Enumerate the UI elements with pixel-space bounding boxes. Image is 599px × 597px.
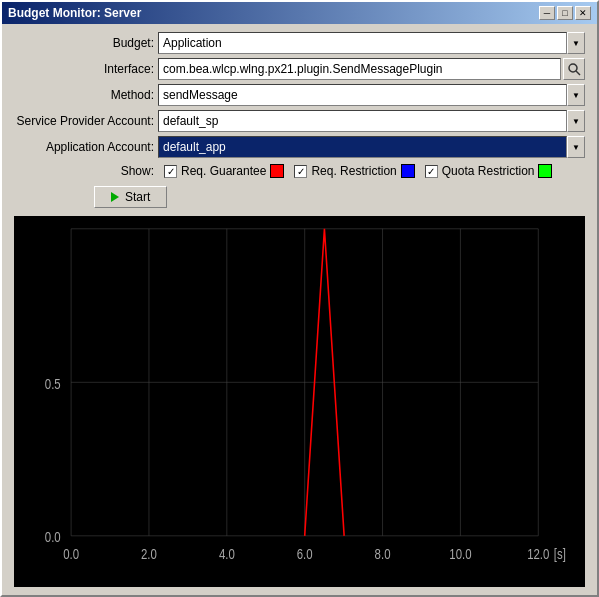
budget-input[interactable] xyxy=(158,32,567,54)
application-account-row: Application Account: xyxy=(14,136,585,158)
play-icon xyxy=(111,192,119,202)
chart-svg: 0.0 0.5 0.0 2.0 4.0 6.0 8.0 10.0 12.0 [s… xyxy=(14,216,585,587)
method-row: Method: xyxy=(14,84,585,106)
service-provider-dropdown-button[interactable] xyxy=(567,110,585,132)
req-restriction-item: ✓ Req. Restriction xyxy=(294,164,414,178)
start-button[interactable]: Start xyxy=(94,186,167,208)
x-axis-6: 6.0 xyxy=(297,546,313,562)
close-button[interactable]: ✕ xyxy=(575,6,591,20)
svg-line-1 xyxy=(576,71,580,75)
service-provider-row: Service Provider Account: xyxy=(14,110,585,132)
show-row: Show: ✓ Req. Guarantee ✓ Req. Restrictio… xyxy=(14,164,585,178)
req-restriction-label: Req. Restriction xyxy=(311,164,396,178)
main-window: Budget Monitor: Server ─ □ ✕ Budget: Int… xyxy=(0,0,599,597)
search-icon xyxy=(567,62,581,76)
req-restriction-color xyxy=(401,164,415,178)
y-axis-0: 0.0 xyxy=(45,529,61,545)
interface-search-button[interactable] xyxy=(563,58,585,80)
chart-area: 0.0 0.5 0.0 2.0 4.0 6.0 8.0 10.0 12.0 [s… xyxy=(14,216,585,587)
quota-restriction-item: ✓ Quota Restriction xyxy=(425,164,553,178)
method-input[interactable] xyxy=(158,84,567,106)
budget-row: Budget: xyxy=(14,32,585,54)
method-label: Method: xyxy=(14,88,154,102)
req-guarantee-label: Req. Guarantee xyxy=(181,164,266,178)
req-guarantee-item: ✓ Req. Guarantee xyxy=(164,164,284,178)
req-guarantee-color xyxy=(270,164,284,178)
title-bar-buttons: ─ □ ✕ xyxy=(539,6,591,20)
title-bar: Budget Monitor: Server ─ □ ✕ xyxy=(2,2,597,24)
method-dropdown-button[interactable] xyxy=(567,84,585,106)
show-label: Show: xyxy=(14,164,154,178)
req-guarantee-checkbox[interactable]: ✓ xyxy=(164,165,177,178)
x-axis-10: 10.0 xyxy=(449,546,471,562)
quota-restriction-color xyxy=(538,164,552,178)
budget-label: Budget: xyxy=(14,36,154,50)
quota-restriction-checkbox[interactable]: ✓ xyxy=(425,165,438,178)
svg-point-0 xyxy=(569,64,577,72)
interface-input[interactable] xyxy=(158,58,561,80)
method-dropdown-wrapper xyxy=(158,84,585,106)
x-axis-4: 4.0 xyxy=(219,546,235,562)
x-axis-12: 12.0 xyxy=(527,546,549,562)
application-account-input[interactable] xyxy=(158,136,567,158)
x-axis-2: 2.0 xyxy=(141,546,157,562)
budget-dropdown-button[interactable] xyxy=(567,32,585,54)
service-provider-dropdown-wrapper xyxy=(158,110,585,132)
interface-label: Interface: xyxy=(14,62,154,76)
maximize-button[interactable]: □ xyxy=(557,6,573,20)
x-unit: [s] xyxy=(554,546,566,562)
application-account-dropdown-button[interactable] xyxy=(567,136,585,158)
interface-row: Interface: xyxy=(14,58,585,80)
x-axis-8: 8.0 xyxy=(375,546,391,562)
application-account-label: Application Account: xyxy=(14,140,154,154)
budget-dropdown-wrapper xyxy=(158,32,585,54)
window-body: Budget: Interface: Method: xyxy=(2,24,597,595)
quota-restriction-label: Quota Restriction xyxy=(442,164,535,178)
x-axis-0: 0.0 xyxy=(63,546,79,562)
minimize-button[interactable]: ─ xyxy=(539,6,555,20)
req-restriction-checkbox[interactable]: ✓ xyxy=(294,165,307,178)
service-provider-input[interactable] xyxy=(158,110,567,132)
window-title: Budget Monitor: Server xyxy=(8,6,141,20)
service-provider-label: Service Provider Account: xyxy=(14,114,154,128)
y-axis-05: 0.5 xyxy=(45,376,61,392)
start-button-row: Start xyxy=(94,186,585,208)
start-label: Start xyxy=(125,190,150,204)
application-account-dropdown-wrapper xyxy=(158,136,585,158)
